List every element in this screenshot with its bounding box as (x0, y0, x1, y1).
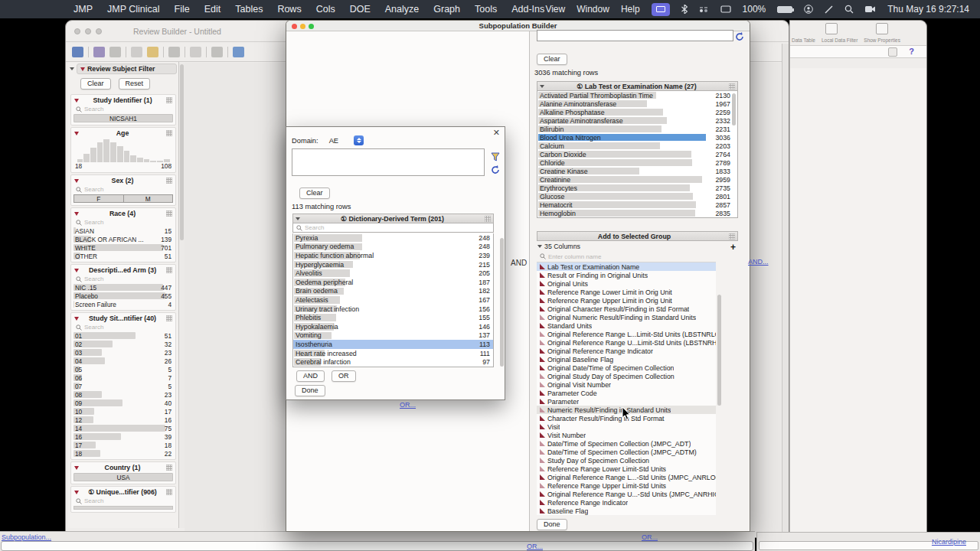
site-row[interactable]: 1822 (74, 449, 173, 458)
unique-value-partial[interactable] (74, 506, 173, 510)
menu-item[interactable]: Analyze (385, 4, 419, 15)
race-row[interactable]: ASIAN15 (74, 227, 173, 235)
lab-test-row[interactable]: Alanine Aminotransferase1967 (537, 99, 737, 108)
toolbar-label[interactable]: Data Table (792, 37, 815, 43)
column-row[interactable]: Date/Time of Specimen Collection (JMPC_A… (537, 448, 716, 456)
grid-menu-icon[interactable] (729, 83, 735, 90)
study-value[interactable]: NICSAH1 (74, 114, 173, 122)
filter-expression-textarea[interactable] (292, 148, 485, 176)
or-link[interactable]: OR... (527, 543, 543, 550)
grid-menu-icon[interactable] (166, 315, 172, 321)
help-icon[interactable]: ? (909, 47, 914, 56)
column-row[interactable]: Original Numeric Result/Finding in Stand… (537, 313, 716, 321)
collapse-icon[interactable] (70, 67, 74, 70)
menu-item[interactable]: File (175, 4, 190, 15)
and-button[interactable]: AND (296, 370, 325, 382)
subpopulation-link[interactable]: Subpopulation... (2, 533, 51, 541)
column-row[interactable]: Visit Number (537, 431, 716, 439)
lab-test-list-header[interactable]: ① Lab Test or Examination Name (27) (537, 81, 738, 91)
or-link[interactable]: OR... (642, 533, 658, 541)
done-button[interactable]: Done (295, 385, 325, 396)
site-row[interactable]: 1639 (74, 432, 173, 441)
lab-test-row[interactable]: Activated Partial Thromboplastin Time213… (537, 91, 737, 99)
grid-menu-icon[interactable] (485, 216, 491, 222)
lab-test-row[interactable]: Blood Urea Nitrogen3036 (537, 133, 737, 142)
display-icon[interactable] (720, 5, 731, 14)
search-input[interactable] (84, 219, 171, 226)
lab-test-row[interactable]: Glucose2801 (537, 192, 737, 201)
card-search[interactable] (73, 497, 174, 505)
window-controls-inactive[interactable] (74, 28, 102, 34)
column-row[interactable]: Visit (537, 422, 716, 431)
lab-test-row[interactable]: Creatine Kinase1833 (537, 167, 737, 175)
lab-test-row[interactable]: Chloride2789 (537, 158, 737, 167)
column-row[interactable]: Original Visit Number (537, 380, 716, 389)
site-row[interactable]: 075 (74, 382, 173, 390)
toolbar-icon[interactable] (88, 47, 89, 57)
toolbar-icon[interactable] (227, 47, 228, 57)
toolbar-icon[interactable] (93, 47, 105, 57)
menu-item-window[interactable]: Window (577, 4, 609, 15)
column-row[interactable]: Parameter (537, 397, 716, 406)
menu-clock[interactable]: Thu May 16 9:27:14 (887, 4, 969, 15)
grid-menu-icon[interactable] (166, 210, 172, 217)
lab-test-row[interactable]: Alkaline Phosphatase2259 (537, 108, 737, 116)
toolbar-icon[interactable] (211, 47, 223, 57)
column-row[interactable]: Original Reference Range U...Limit-Std U… (537, 338, 716, 347)
term-row[interactable]: Isosthenuria113 (293, 340, 493, 349)
toolbar-icon[interactable] (185, 47, 185, 57)
lab-test-row[interactable]: Creatinine2959 (537, 175, 737, 184)
term-row[interactable]: Hyperglycaemia215 (293, 260, 493, 269)
toolbar-icon[interactable] (72, 47, 83, 57)
toolbar-label[interactable]: Show Properties (864, 37, 900, 43)
filter-funnel-icon[interactable] (491, 151, 500, 165)
toolbar-label[interactable]: Local Data Filter (822, 37, 858, 43)
lab-test-row[interactable]: Hematocrit2857 (537, 201, 737, 209)
arm-row[interactable]: Placebo455 (74, 292, 173, 300)
clear-button[interactable]: Clear (537, 54, 567, 65)
term-row[interactable]: Hepatic function abnormal239 (293, 251, 493, 260)
search-input[interactable] (84, 186, 171, 193)
arm-row[interactable]: Screen Failure4 (74, 300, 173, 308)
filter-reset-button[interactable]: Reset (119, 78, 151, 90)
search-input[interactable] (84, 106, 171, 112)
menu-item-help[interactable]: Help (621, 4, 640, 15)
site-row[interactable]: 0232 (74, 340, 173, 348)
toolbar-icon[interactable] (163, 47, 164, 57)
filter-panel-scrollbar[interactable] (179, 63, 185, 528)
site-row[interactable]: 1718 (74, 441, 173, 449)
site-row[interactable]: 1475 (74, 424, 173, 432)
camera-icon[interactable] (865, 5, 876, 13)
site-row[interactable]: 0151 (74, 331, 173, 340)
toolbar-icon[interactable] (109, 47, 121, 57)
filter-panel-title-box[interactable]: Review Subject Filter (77, 64, 177, 74)
country-value[interactable]: USA (74, 473, 173, 481)
column-row[interactable]: Reference Range Lower Limit-Std Units (537, 465, 716, 473)
column-row[interactable]: Original Reference Range L...Limit-Std U… (537, 330, 716, 338)
column-row[interactable]: Original Study Day of Specimen Collectio… (537, 372, 716, 380)
column-row[interactable]: Original Units (537, 279, 716, 288)
lab-test-row[interactable]: Hemoglobin2835 (537, 209, 737, 217)
pencil-icon[interactable] (825, 5, 833, 14)
column-row[interactable]: Study Day of Specimen Collection (537, 456, 716, 465)
term-row[interactable]: Pyrexia248 (293, 233, 493, 243)
term-row[interactable]: Hypokalaemia146 (293, 322, 493, 331)
menu-item[interactable]: Edit (204, 4, 221, 15)
column-row[interactable]: Reference Range Upper Limit in Orig Unit (537, 296, 716, 305)
menu-item[interactable]: Rows (277, 4, 301, 15)
age-histogram[interactable] (73, 139, 174, 162)
term-row[interactable]: Pulmonary oedema248 (293, 243, 493, 252)
and-link[interactable]: AND... (748, 258, 769, 266)
grid-menu-icon[interactable] (729, 233, 735, 240)
term-row[interactable]: Cerebral infarction97 (293, 357, 493, 367)
lab-test-row[interactable]: Bilirubin2231 (537, 125, 737, 133)
race-row[interactable]: WHITE701 (74, 243, 173, 252)
clear-button[interactable]: Clear (299, 187, 330, 199)
site-row[interactable]: 1216 (74, 416, 173, 424)
column-row[interactable]: Original Baseline Flag (537, 355, 716, 364)
menu-item[interactable]: JMP Clinical (107, 4, 160, 15)
race-row[interactable]: BLACK OR AFRICAN ...139 (74, 235, 173, 243)
collapse-icon[interactable] (537, 245, 542, 248)
column-row[interactable]: Standard Units (537, 321, 716, 330)
grid-menu-icon[interactable] (166, 267, 172, 273)
